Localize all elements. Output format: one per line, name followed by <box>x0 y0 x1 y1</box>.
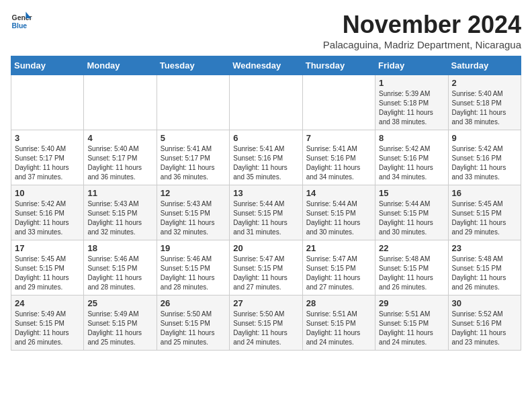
table-row: 25Sunrise: 5:49 AM Sunset: 5:15 PM Dayli… <box>84 295 157 351</box>
table-row: 18Sunrise: 5:46 AM Sunset: 5:15 PM Dayli… <box>84 240 157 295</box>
day-number: 7 <box>306 133 371 143</box>
calendar-week-row: 3Sunrise: 5:40 AM Sunset: 5:17 PM Daylig… <box>11 130 521 185</box>
table-row: 13Sunrise: 5:44 AM Sunset: 5:15 PM Dayli… <box>230 185 302 240</box>
day-number: 28 <box>306 298 371 308</box>
logo: General Blue <box>11 11 32 32</box>
day-info: Sunrise: 5:48 AM Sunset: 5:15 PM Dayligh… <box>379 255 444 292</box>
day-info: Sunrise: 5:44 AM Sunset: 5:15 PM Dayligh… <box>233 199 298 237</box>
calendar-header-row: Sunday Monday Tuesday Wednesday Thursday… <box>11 56 521 75</box>
day-number: 27 <box>233 298 298 308</box>
table-row: 12Sunrise: 5:43 AM Sunset: 5:15 PM Dayli… <box>157 185 229 240</box>
table-row: 15Sunrise: 5:44 AM Sunset: 5:15 PM Dayli… <box>375 185 448 240</box>
day-info: Sunrise: 5:42 AM Sunset: 5:16 PM Dayligh… <box>452 144 517 182</box>
day-info: Sunrise: 5:43 AM Sunset: 5:15 PM Dayligh… <box>87 199 152 237</box>
day-number: 16 <box>452 188 517 198</box>
day-number: 10 <box>15 188 80 198</box>
day-info: Sunrise: 5:41 AM Sunset: 5:16 PM Dayligh… <box>233 144 298 182</box>
day-number: 8 <box>379 133 444 143</box>
day-info: Sunrise: 5:44 AM Sunset: 5:15 PM Dayligh… <box>379 199 444 237</box>
table-row: 3Sunrise: 5:40 AM Sunset: 5:17 PM Daylig… <box>11 130 84 185</box>
table-row: 20Sunrise: 5:47 AM Sunset: 5:15 PM Dayli… <box>230 240 302 295</box>
day-number: 20 <box>233 243 298 253</box>
day-number: 19 <box>161 243 226 253</box>
day-number: 18 <box>87 243 152 253</box>
table-row: 30Sunrise: 5:52 AM Sunset: 5:16 PM Dayli… <box>448 295 521 351</box>
col-thursday: Thursday <box>302 56 375 75</box>
logo-icon: General Blue <box>11 11 32 32</box>
table-row: 17Sunrise: 5:45 AM Sunset: 5:15 PM Dayli… <box>11 240 84 295</box>
day-info: Sunrise: 5:43 AM Sunset: 5:15 PM Dayligh… <box>161 199 226 237</box>
table-row: 19Sunrise: 5:46 AM Sunset: 5:15 PM Dayli… <box>157 240 229 295</box>
day-info: Sunrise: 5:49 AM Sunset: 5:15 PM Dayligh… <box>15 310 80 347</box>
col-friday: Friday <box>375 56 448 75</box>
svg-text:Blue: Blue <box>12 22 28 30</box>
day-number: 3 <box>15 133 80 143</box>
table-row: 24Sunrise: 5:49 AM Sunset: 5:15 PM Dayli… <box>11 295 84 351</box>
day-number: 14 <box>306 188 371 198</box>
day-number: 6 <box>233 133 298 143</box>
col-tuesday: Tuesday <box>157 56 229 75</box>
col-saturday: Saturday <box>448 56 521 75</box>
day-number: 17 <box>15 243 80 253</box>
day-info: Sunrise: 5:44 AM Sunset: 5:15 PM Dayligh… <box>306 199 371 237</box>
day-number: 4 <box>87 133 152 143</box>
table-row: 1Sunrise: 5:39 AM Sunset: 5:18 PM Daylig… <box>375 75 448 130</box>
calendar-table: Sunday Monday Tuesday Wednesday Thursday… <box>11 56 521 351</box>
calendar-week-row: 1Sunrise: 5:39 AM Sunset: 5:18 PM Daylig… <box>11 75 521 130</box>
page-header: General Blue November 2024 Palacaguina, … <box>11 11 521 50</box>
day-info: Sunrise: 5:51 AM Sunset: 5:15 PM Dayligh… <box>379 310 444 347</box>
day-info: Sunrise: 5:50 AM Sunset: 5:15 PM Dayligh… <box>161 310 226 347</box>
day-number: 26 <box>161 298 226 308</box>
day-number: 30 <box>452 298 517 308</box>
day-info: Sunrise: 5:48 AM Sunset: 5:15 PM Dayligh… <box>452 255 517 292</box>
table-row: 7Sunrise: 5:41 AM Sunset: 5:16 PM Daylig… <box>302 130 375 185</box>
day-info: Sunrise: 5:39 AM Sunset: 5:18 PM Dayligh… <box>379 89 444 127</box>
day-info: Sunrise: 5:46 AM Sunset: 5:15 PM Dayligh… <box>161 255 226 292</box>
day-number: 25 <box>87 298 152 308</box>
table-row: 6Sunrise: 5:41 AM Sunset: 5:16 PM Daylig… <box>230 130 302 185</box>
title-block: November 2024 Palacaguina, Madriz Depart… <box>323 11 521 50</box>
day-number: 15 <box>379 188 444 198</box>
table-row: 8Sunrise: 5:42 AM Sunset: 5:16 PM Daylig… <box>375 130 448 185</box>
table-row: 5Sunrise: 5:41 AM Sunset: 5:17 PM Daylig… <box>157 130 229 185</box>
day-number: 29 <box>379 298 444 308</box>
table-row: 10Sunrise: 5:42 AM Sunset: 5:16 PM Dayli… <box>11 185 84 240</box>
day-info: Sunrise: 5:41 AM Sunset: 5:17 PM Dayligh… <box>161 144 226 182</box>
table-row <box>11 75 84 130</box>
day-info: Sunrise: 5:45 AM Sunset: 5:15 PM Dayligh… <box>15 255 80 292</box>
month-title: November 2024 <box>323 11 521 39</box>
calendar-week-row: 24Sunrise: 5:49 AM Sunset: 5:15 PM Dayli… <box>11 295 521 351</box>
day-number: 11 <box>87 188 152 198</box>
day-number: 24 <box>15 298 80 308</box>
day-info: Sunrise: 5:51 AM Sunset: 5:15 PM Dayligh… <box>306 310 371 347</box>
table-row: 23Sunrise: 5:48 AM Sunset: 5:15 PM Dayli… <box>448 240 521 295</box>
table-row: 4Sunrise: 5:40 AM Sunset: 5:17 PM Daylig… <box>84 130 157 185</box>
col-wednesday: Wednesday <box>230 56 302 75</box>
calendar-week-row: 17Sunrise: 5:45 AM Sunset: 5:15 PM Dayli… <box>11 240 521 295</box>
table-row: 26Sunrise: 5:50 AM Sunset: 5:15 PM Dayli… <box>157 295 229 351</box>
day-number: 1 <box>379 78 444 88</box>
day-info: Sunrise: 5:52 AM Sunset: 5:16 PM Dayligh… <box>452 310 517 347</box>
day-info: Sunrise: 5:46 AM Sunset: 5:15 PM Dayligh… <box>87 255 152 292</box>
col-monday: Monday <box>84 56 157 75</box>
day-info: Sunrise: 5:42 AM Sunset: 5:16 PM Dayligh… <box>15 199 80 237</box>
day-info: Sunrise: 5:40 AM Sunset: 5:18 PM Dayligh… <box>452 89 517 127</box>
location-title: Palacaguina, Madriz Department, Nicaragu… <box>323 39 521 50</box>
day-info: Sunrise: 5:49 AM Sunset: 5:15 PM Dayligh… <box>87 310 152 347</box>
table-row: 9Sunrise: 5:42 AM Sunset: 5:16 PM Daylig… <box>448 130 521 185</box>
table-row: 2Sunrise: 5:40 AM Sunset: 5:18 PM Daylig… <box>448 75 521 130</box>
day-number: 21 <box>306 243 371 253</box>
table-row: 29Sunrise: 5:51 AM Sunset: 5:15 PM Dayli… <box>375 295 448 351</box>
day-number: 22 <box>379 243 444 253</box>
table-row: 16Sunrise: 5:45 AM Sunset: 5:15 PM Dayli… <box>448 185 521 240</box>
table-row <box>230 75 302 130</box>
day-info: Sunrise: 5:41 AM Sunset: 5:16 PM Dayligh… <box>306 144 371 182</box>
table-row: 11Sunrise: 5:43 AM Sunset: 5:15 PM Dayli… <box>84 185 157 240</box>
day-info: Sunrise: 5:47 AM Sunset: 5:15 PM Dayligh… <box>306 255 371 292</box>
day-number: 12 <box>161 188 226 198</box>
table-row <box>157 75 229 130</box>
day-info: Sunrise: 5:47 AM Sunset: 5:15 PM Dayligh… <box>233 255 298 292</box>
day-info: Sunrise: 5:45 AM Sunset: 5:15 PM Dayligh… <box>452 199 517 237</box>
table-row <box>302 75 375 130</box>
day-info: Sunrise: 5:42 AM Sunset: 5:16 PM Dayligh… <box>379 144 444 182</box>
